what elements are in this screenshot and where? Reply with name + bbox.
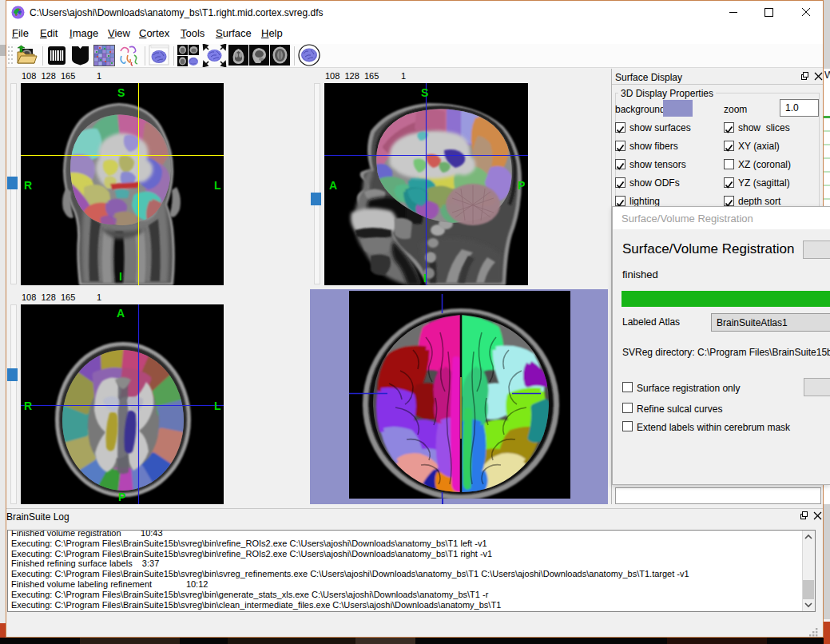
svg-text:P: P <box>518 179 525 192</box>
svg-text:S: S <box>117 86 125 99</box>
svg-text:R: R <box>24 400 32 412</box>
svg-text:I: I <box>119 270 122 283</box>
svg-text:L: L <box>214 400 221 412</box>
svg-text:S: S <box>421 86 428 99</box>
svg-text:I: I <box>423 272 427 284</box>
svg-text:L: L <box>214 179 221 192</box>
svg-text:P: P <box>118 491 125 503</box>
svg-text:A: A <box>329 179 337 192</box>
svg-text:R: R <box>24 179 32 192</box>
svg-text:A: A <box>117 307 125 320</box>
